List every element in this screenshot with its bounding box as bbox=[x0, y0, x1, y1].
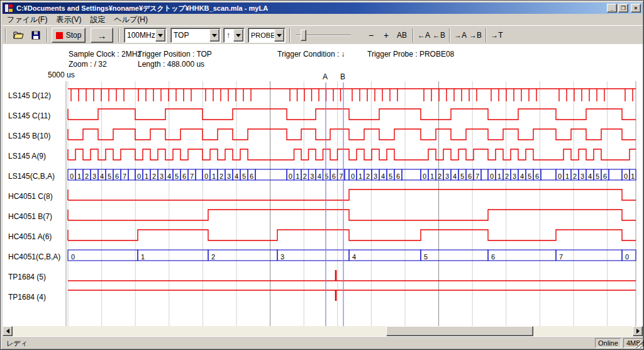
goto-cursor-b-left-button[interactable]: ←B bbox=[431, 28, 447, 43]
bus-value: 0 bbox=[625, 253, 629, 261]
zoom-in-button[interactable]: + bbox=[380, 28, 392, 43]
bus-segment bbox=[421, 250, 488, 261]
trigger-position-select[interactable]: TOP bbox=[170, 28, 221, 43]
bus-segment bbox=[196, 169, 203, 180]
dropdown-arrow-icon[interactable] bbox=[233, 29, 243, 42]
bus-value: 1 bbox=[141, 253, 145, 261]
bus-value: 0 bbox=[137, 172, 141, 180]
waveform-row bbox=[68, 109, 636, 120]
bus-value: 5 bbox=[596, 172, 599, 180]
stop-label: Stop bbox=[66, 31, 82, 40]
bus-segment bbox=[208, 250, 277, 261]
menu-item-0[interactable]: ファイル(F) bbox=[3, 14, 52, 26]
sample-clock-value: 100MHz bbox=[127, 31, 155, 40]
zoom-slider-handle[interactable] bbox=[301, 30, 306, 41]
signal-line bbox=[68, 210, 636, 220]
dropdown-arrow-icon[interactable] bbox=[274, 29, 284, 42]
bus-value: 6 bbox=[535, 172, 539, 180]
bus-value: 4 bbox=[352, 253, 356, 261]
bus-value: 2 bbox=[85, 172, 89, 180]
bus-value: 7 bbox=[190, 172, 194, 180]
bus-value: 3 bbox=[513, 172, 516, 180]
toolbar-separator bbox=[289, 28, 291, 42]
bus-value: 2 bbox=[505, 172, 509, 180]
run-button[interactable]: → bbox=[91, 28, 113, 43]
goto-trigger-button[interactable]: →T bbox=[489, 28, 504, 43]
bus-value: 0 bbox=[490, 172, 494, 180]
goto-cursor-a-left-button[interactable]: ←A bbox=[416, 28, 431, 43]
bus-value: 1 bbox=[296, 172, 299, 180]
bus-value: 2 bbox=[219, 172, 223, 180]
bus-value: 2 bbox=[211, 253, 215, 261]
bus-value: 1 bbox=[631, 172, 635, 180]
bus-segment bbox=[255, 169, 287, 180]
dropdown-arrow-icon[interactable] bbox=[155, 29, 165, 42]
sample-clock-select[interactable]: 100MHz bbox=[124, 28, 167, 43]
stop-icon bbox=[56, 32, 63, 39]
horizontal-scrollbar[interactable] bbox=[3, 326, 643, 336]
app-icon bbox=[4, 3, 14, 13]
bus-value: 3 bbox=[374, 172, 377, 180]
bus-value: 0 bbox=[558, 172, 562, 180]
trigger-edge-select[interactable]: ↑ bbox=[223, 28, 245, 43]
bus-value: 4 bbox=[318, 172, 321, 180]
minimize-button[interactable]: _ bbox=[607, 4, 617, 13]
ab-cursor-button[interactable]: AB bbox=[394, 28, 410, 43]
bus-value: 2 bbox=[152, 172, 156, 180]
signal-line bbox=[68, 230, 636, 240]
online-status-badge: Online bbox=[595, 338, 621, 348]
bus-segment bbox=[541, 169, 556, 180]
bus-value: 3 bbox=[445, 172, 449, 180]
toolbar-separator bbox=[449, 28, 450, 42]
window-title: C:¥Documents and Settings¥noname¥デスクトップ¥… bbox=[16, 4, 607, 13]
maximize-button[interactable]: ❐ bbox=[618, 4, 628, 13]
bus-value: 6 bbox=[115, 172, 119, 180]
goto-cursor-a-right-button[interactable]: →A bbox=[453, 28, 468, 43]
toolbar-grip bbox=[5, 28, 6, 42]
resize-grip[interactable] bbox=[635, 341, 642, 348]
bus-value: 3 bbox=[227, 172, 231, 180]
open-file-button[interactable] bbox=[11, 28, 26, 43]
bus-value: 0 bbox=[351, 172, 355, 180]
bus-value: 6 bbox=[396, 172, 400, 180]
scroll-right-button[interactable] bbox=[633, 326, 643, 336]
bus-value: 3 bbox=[280, 253, 284, 261]
menu-item-3[interactable]: ヘルプ(H) bbox=[109, 14, 152, 26]
open-folder-icon bbox=[13, 31, 25, 40]
bus-value: 0 bbox=[70, 172, 74, 180]
waveform-row bbox=[68, 189, 636, 200]
goto-cursor-b-right-button[interactable]: →B bbox=[468, 28, 483, 43]
close-button[interactable]: × bbox=[631, 4, 641, 13]
bus-segment bbox=[138, 250, 208, 261]
stop-button[interactable]: Stop bbox=[52, 28, 86, 43]
scrollbar-thumb[interactable] bbox=[386, 326, 533, 336]
save-button[interactable] bbox=[28, 28, 43, 43]
zoom-out-button[interactable]: − bbox=[365, 28, 377, 43]
bus-value: 5 bbox=[460, 172, 464, 180]
menu-item-2[interactable]: 設定 bbox=[86, 14, 109, 26]
bus-value: 0 bbox=[289, 172, 292, 180]
menu-item-1[interactable]: 表示(V) bbox=[52, 14, 86, 26]
scroll-left-button[interactable] bbox=[3, 326, 13, 336]
toolbar-separator bbox=[413, 28, 414, 42]
bus-value: 1 bbox=[497, 172, 501, 180]
bus-segment bbox=[481, 169, 488, 180]
bus-segment bbox=[68, 250, 138, 261]
bus-value: 0 bbox=[71, 253, 75, 261]
bus-value: 4 bbox=[100, 172, 104, 180]
waveform-row bbox=[68, 270, 636, 281]
signal-line bbox=[68, 149, 636, 160]
bus-value: 3 bbox=[160, 172, 164, 180]
trigger-probe-select[interactable]: PROBE00 bbox=[248, 28, 286, 43]
dropdown-arrow-icon[interactable] bbox=[209, 29, 219, 42]
toolbar-separator bbox=[486, 28, 487, 42]
bus-value: 4 bbox=[235, 172, 238, 180]
waveform-row bbox=[68, 290, 636, 301]
bus-segment bbox=[345, 169, 349, 180]
bus-segment bbox=[128, 169, 135, 180]
bus-value: 2 bbox=[573, 172, 577, 180]
bus-value: 3 bbox=[92, 172, 96, 180]
bus-value: 7 bbox=[123, 172, 126, 180]
app-window: C:¥Documents and Settings¥noname¥デスクトップ¥… bbox=[0, 0, 644, 350]
signal-line bbox=[68, 189, 636, 200]
